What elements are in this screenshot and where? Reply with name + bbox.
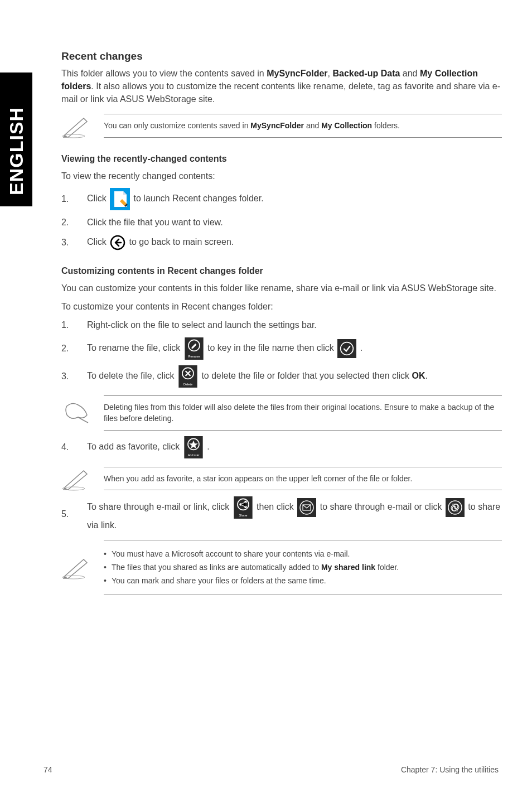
text: . [425, 371, 428, 380]
bold-text: My Collection [321, 121, 372, 130]
step-number: 1. [61, 318, 71, 332]
text: to delete the file or folder that you se… [201, 371, 412, 380]
step-number: 3. [61, 236, 71, 249]
chapter-label: Chapter 7: Using the utilities [401, 765, 499, 774]
back-arrow-icon [110, 235, 125, 250]
hand-warning-icon [61, 400, 93, 425]
link-icon [446, 498, 465, 517]
steps-continued: 4. To add as favorite, click Add star . [61, 436, 502, 458]
text: . It also allows you to customize the re… [61, 81, 500, 104]
svg-text:Add star: Add star [187, 453, 199, 456]
text: to go back to main screen. [129, 237, 234, 247]
note-text: You must have a Microsoft account to sha… [104, 540, 502, 595]
intro-paragraph: This folder allows you to view the conte… [61, 67, 502, 106]
text: folder. [375, 563, 399, 572]
text: to launch Recent changes folder. [134, 194, 264, 203]
step-number: 1. [61, 192, 71, 206]
lead-text: You can customize your contents in this … [61, 282, 502, 294]
pencil-note-icon [61, 114, 93, 138]
step-body: Click to go back to main screen. [87, 235, 502, 250]
page-number: 74 [43, 765, 52, 774]
bold-text: OK [412, 371, 425, 380]
svg-text:Share: Share [239, 513, 247, 516]
text: then click [257, 502, 296, 511]
bold-text: MySyncFolder [250, 121, 304, 130]
steps-customizing: 1. Right-click on the file to select and… [61, 318, 502, 388]
text: To add as favorite, click [87, 442, 182, 451]
section-title: Recent changes [61, 50, 502, 62]
step-number: 5. [61, 508, 71, 521]
text: folders. [372, 121, 400, 130]
delete-icon: Delete [178, 365, 198, 388]
step-5: 5. To share through e-mail or link, clic… [61, 496, 502, 532]
text: Click [87, 237, 109, 247]
text: . [207, 442, 209, 451]
pencil-note-icon [61, 466, 93, 491]
step-body: To delete the file, click Delete to dele… [87, 365, 502, 388]
steps-viewing: 1. Click to launch Recent changes folder… [61, 188, 502, 250]
step-body: Right-click on the file to select and la… [87, 318, 502, 332]
step-number: 4. [61, 441, 71, 454]
text: to key in the file name then click [207, 343, 336, 352]
text: You can only customize contents saved in [104, 121, 250, 130]
text: This folder allows you to view the conte… [61, 69, 267, 78]
note-box: When you add as favorite, a star icon ap… [61, 466, 502, 491]
subheading-viewing: Viewing the recently-changed contents [61, 154, 502, 164]
step-2: 2. Click the file that you want to view. [61, 216, 502, 229]
bold-text: My shared link [321, 563, 375, 572]
language-side-tab: ENGLISH [0, 73, 32, 206]
text: and [304, 121, 321, 130]
note-text: Deleting files from this folder will als… [104, 395, 502, 431]
note-box: You must have a Microsoft account to sha… [61, 540, 502, 595]
step-number: 2. [61, 216, 71, 229]
text: To rename the file, click [87, 343, 183, 352]
note-box: Deleting files from this folder will als… [61, 395, 502, 431]
pencil-note-icon [61, 555, 93, 579]
step-1: 1. Click to launch Recent changes folder… [61, 188, 502, 210]
step-body: Click the file that you want to view. [87, 216, 502, 229]
note-bullet: You must have a Microsoft account to sha… [104, 548, 502, 559]
steps-continued-2: 5. To share through e-mail or link, clic… [61, 496, 502, 532]
note-box: You can only customize contents saved in… [61, 114, 502, 138]
step-body: To share through e-mail or link, click S… [87, 496, 502, 532]
rename-icon: Rename [184, 337, 204, 360]
step-1: 1. Right-click on the file to select and… [61, 318, 502, 332]
text: To delete the file, click [87, 371, 177, 380]
text: to share through e-mail or click [320, 502, 444, 511]
text: The files that you shared as links are a… [112, 563, 321, 572]
step-3: 3. Click to go back to main screen. [61, 235, 502, 250]
email-icon [297, 498, 316, 517]
recent-changes-folder-icon [110, 188, 130, 210]
note-text: You can only customize contents saved in… [104, 114, 502, 137]
step-number: 2. [61, 342, 71, 355]
step-body: To rename the file, click Rename to key … [87, 337, 502, 360]
lead-text-2: To customize your contents in Recent cha… [61, 300, 502, 313]
text: To share through e-mail or link, click [87, 502, 232, 511]
share-icon: Share [233, 496, 253, 519]
step-body: Click to launch Recent changes folder. [87, 188, 502, 210]
subheading-customizing: Customizing contents in Recent changes f… [61, 266, 502, 276]
svg-text:Delete: Delete [183, 383, 192, 386]
bold-text: Backed-up Data [332, 69, 400, 78]
lead-text: To view the recently changed contents: [61, 170, 502, 182]
step-body: To add as favorite, click Add star . [87, 436, 502, 458]
step-number: 3. [61, 370, 71, 383]
page-content: Recent changes This folder allows you to… [61, 50, 502, 600]
svg-text:Rename: Rename [188, 355, 200, 358]
text: and [400, 69, 420, 78]
note-text: When you add as favorite, a star icon ap… [104, 467, 502, 490]
step-3: 3. To delete the file, click Delete to d… [61, 365, 502, 388]
bold-text: MySyncFolder [267, 69, 327, 78]
text: Click [87, 194, 109, 203]
step-2: 2. To rename the file, click Rename to k… [61, 337, 502, 360]
confirm-check-icon [337, 339, 356, 358]
add-star-icon: Add star [183, 436, 204, 458]
language-label: ENGLISH [6, 84, 27, 195]
step-4: 4. To add as favorite, click Add star . [61, 436, 502, 458]
page-footer: 74 Chapter 7: Using the utilities [43, 765, 499, 774]
note-bullet: The files that you shared as links are a… [104, 562, 502, 573]
note-bullet: You can mark and share your files or fol… [104, 575, 502, 586]
text: . [360, 343, 362, 352]
